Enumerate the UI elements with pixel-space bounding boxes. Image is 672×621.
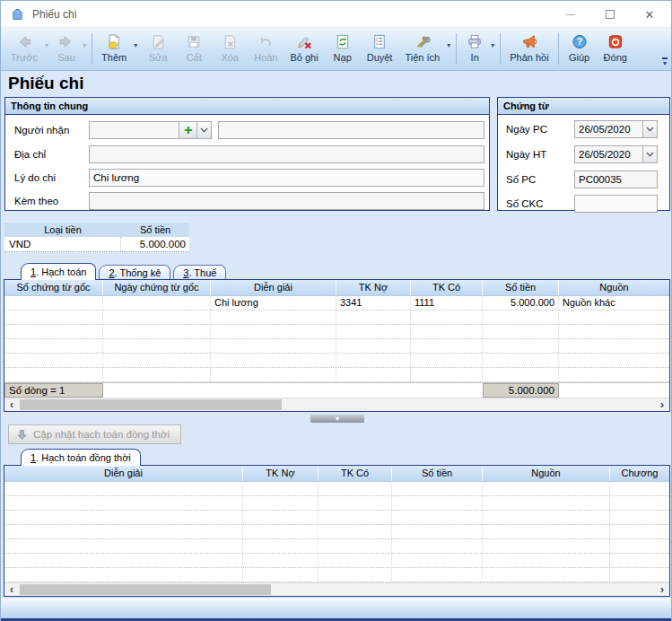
column-header-nguon[interactable]: Nguồn <box>483 466 610 481</box>
column-header-dien-giai[interactable]: Diễn giải <box>4 466 243 481</box>
ngay-ht-date-picker[interactable] <box>574 145 658 163</box>
cell-dien-giai[interactable]: Chi lương <box>211 296 336 310</box>
ngay-ht-dropdown-button[interactable] <box>642 146 657 162</box>
scroll-right-arrow[interactable]: › <box>655 398 669 411</box>
pencil-red-x-icon <box>295 32 313 50</box>
column-header-so-tien[interactable]: Số tiền <box>121 223 189 237</box>
grid-row-empty[interactable] <box>4 568 669 582</box>
column-header-tk-no[interactable]: TK Nợ <box>243 466 319 481</box>
update-simultaneous-button[interactable]: Cập nhật hạch toán đồng thời <box>8 424 181 444</box>
scroll-left-arrow[interactable]: ‹ <box>4 398 19 411</box>
horizontal-scrollbar[interactable]: ‹ › <box>4 398 669 411</box>
grid-row-empty[interactable] <box>4 496 669 511</box>
column-header-dien-giai[interactable]: Diễn giải <box>211 280 336 295</box>
grid-header-row: Diễn giải TK Nợ TK Có Số tiền Nguồn Chươ… <box>4 466 669 482</box>
grid-row-empty[interactable] <box>4 354 669 368</box>
scroll-right-arrow[interactable]: › <box>655 583 669 596</box>
toolbar-button-duyet[interactable]: Duyệt <box>361 28 399 70</box>
splitter-collapse-button[interactable]: ▼ <box>310 415 364 423</box>
grid-row-empty[interactable] <box>4 539 669 554</box>
grid-row-empty[interactable] <box>4 511 669 525</box>
maximize-button[interactable] <box>590 1 630 28</box>
column-header-chuong[interactable]: Chương <box>610 466 669 481</box>
cell-ngay-chung-tu-goc[interactable] <box>103 296 211 310</box>
ngay-pc-dropdown-button[interactable] <box>642 121 657 137</box>
tab-hach-toan[interactable]: 1. Hạch toán <box>21 263 96 280</box>
column-header-ngay-chung-tu-goc[interactable]: Ngày chứng từ gốc <box>103 280 211 295</box>
add-recipient-button[interactable]: ✚ <box>179 122 196 138</box>
cell-tk-no[interactable]: 3341 <box>336 296 411 310</box>
tab-hach-toan-dong-thoi[interactable]: 1. Hạch toán đồng thời <box>21 449 141 466</box>
toolbar-button-nap[interactable]: Nạp <box>325 28 361 70</box>
minimize-button[interactable] <box>551 1 590 28</box>
toolbar-button-tien-ich[interactable]: Tiện ích ▾ <box>398 28 453 70</box>
so-ckc-field[interactable] <box>574 195 658 213</box>
toolbar-button-xoa[interactable]: Xóa <box>212 28 248 70</box>
toolbar-button-cat[interactable]: Cất <box>176 28 212 70</box>
so-pc-field[interactable] <box>574 171 658 188</box>
dia-chi-field[interactable] <box>89 145 484 163</box>
ngay-pc-date-picker[interactable] <box>574 120 658 138</box>
column-header-tk-co[interactable]: TK Có <box>411 280 483 295</box>
toolbar-button-sua[interactable]: Sửa <box>140 28 176 70</box>
column-header-so-chung-tu-goc[interactable]: Số chứng từ gốc <box>4 280 103 295</box>
grid-row-empty[interactable] <box>4 339 669 354</box>
ly-do-chi-field[interactable] <box>89 169 484 187</box>
simultaneous-tabs: 1. Hạch toán đồng thời <box>21 449 144 466</box>
column-header-nguon[interactable]: Nguồn <box>559 280 669 295</box>
grid-row-empty[interactable] <box>4 482 669 496</box>
nguoi-nhan-combo[interactable]: ✚ <box>89 121 212 139</box>
toolbar-button-phan-hoi[interactable]: Phản hồi <box>503 28 554 70</box>
detail-tabs: 1. Hạch toán 2. Thống kê 3. Thuế <box>21 263 229 280</box>
toolbar-overflow-button[interactable]: ▾ <box>660 57 669 67</box>
nguoi-nhan-name-field[interactable] <box>218 121 484 139</box>
scroll-thumb[interactable] <box>20 399 282 410</box>
currency-code: VND <box>4 237 121 251</box>
toolbar-button-them[interactable]: Thêm ▾ <box>95 28 140 70</box>
column-header-tk-co[interactable]: TK Có <box>319 466 392 481</box>
cell-so-tien[interactable]: 5.000.000 <box>483 296 559 310</box>
cell-nguon[interactable]: Nguồn khác <box>559 296 669 310</box>
grid-row-empty[interactable] <box>4 525 669 539</box>
close-button[interactable]: ✕ <box>630 1 669 28</box>
megaphone-icon <box>520 32 538 50</box>
toolbar-button-bo-ghi[interactable]: Bỏ ghi <box>284 28 324 70</box>
kem-theo-field[interactable] <box>89 192 484 210</box>
column-header-so-tien[interactable]: Số tiền <box>392 466 483 481</box>
column-header-loai-tien[interactable]: Loại tiền <box>4 223 121 237</box>
horizontal-scrollbar[interactable]: ‹ › <box>4 582 669 596</box>
toolbar-button-sau[interactable]: Sau ▾ <box>51 28 89 70</box>
nguoi-nhan-dropdown-button[interactable] <box>196 122 211 138</box>
grid-row-empty[interactable] <box>4 554 669 568</box>
grid-row-empty[interactable] <box>4 325 669 339</box>
grid-header-row: Số chứng từ gốc Ngày chứng từ gốc Diễn g… <box>4 280 669 296</box>
edit-document-icon <box>149 32 167 50</box>
cell-tk-co[interactable]: 1111 <box>411 296 483 310</box>
tab-thong-ke[interactable]: 2. Thống kê <box>99 265 170 280</box>
ngay-pc-input[interactable] <box>575 121 642 137</box>
accounting-grid: Số chứng từ gốc Ngày chứng từ gốc Diễn g… <box>4 279 670 412</box>
toolbar-button-giup[interactable]: ? Giúp <box>562 28 598 70</box>
scroll-left-arrow[interactable]: ‹ <box>4 583 19 596</box>
ngay-ht-input[interactable] <box>575 146 642 162</box>
down-arrow-icon <box>16 429 28 441</box>
toolbar-button-hoan[interactable]: Hoàn <box>248 28 284 70</box>
scroll-thumb[interactable] <box>20 584 271 595</box>
dropdown-caret-icon: ▾ <box>134 42 137 49</box>
currency-table: Loại tiền Số tiền VND 5.000.000 <box>4 222 189 252</box>
column-header-tk-no[interactable]: TK Nợ <box>336 280 411 295</box>
tab-thue[interactable]: 3. Thuế <box>173 265 226 280</box>
grid-row-empty[interactable] <box>4 368 669 382</box>
column-header-so-tien[interactable]: Số tiền <box>483 280 559 295</box>
currency-row[interactable]: VND 5.000.000 <box>4 237 189 252</box>
grid-row[interactable]: Chi lương 3341 1111 5.000.000 Nguồn khác <box>4 296 669 310</box>
so-ckc-label: Số CKC <box>506 195 571 213</box>
toolbar-button-truoc[interactable]: Trước ▾ <box>4 28 51 70</box>
toolbar-button-in[interactable]: In ▾ <box>459 28 497 70</box>
grid-row-empty[interactable] <box>4 310 669 325</box>
toolbar-button-dong[interactable]: Đóng <box>598 28 633 70</box>
maximize-icon <box>606 10 615 19</box>
cell-so-chung-tu-goc[interactable] <box>4 296 103 310</box>
nguoi-nhan-input[interactable] <box>90 122 179 138</box>
chevron-down-icon <box>646 152 654 157</box>
